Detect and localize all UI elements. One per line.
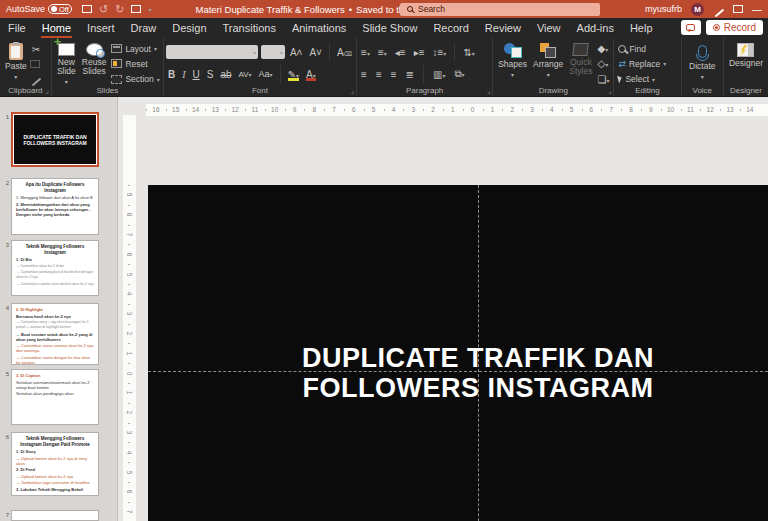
slide-thumbnail-7[interactable] [11, 510, 99, 521]
thumbnail-title-line: FOLLOWERS INSTAGRAM [23, 140, 86, 146]
tab-design[interactable]: Design [164, 18, 214, 38]
username-label[interactable]: myusufrb [645, 4, 682, 14]
font-size-combobox[interactable]: ▾ [261, 45, 285, 59]
line-spacing-button[interactable]: ↕≡▾ [431, 47, 449, 58]
increase-indent-button[interactable]: ▸≡ [412, 47, 427, 58]
layout-button[interactable]: Layout ▾ [109, 42, 161, 56]
start-slideshow-icon[interactable] [131, 5, 141, 13]
section-button[interactable]: Section ▾ [109, 72, 161, 86]
ribbon-display-options-icon[interactable] [733, 5, 743, 13]
undo-icon[interactable]: ↺ [99, 4, 108, 14]
text-shadow-button[interactable]: S [205, 69, 216, 80]
ruler-tick: 1 [483, 104, 503, 116]
text-direction-button[interactable]: ⇅▾ [461, 47, 476, 58]
search-input[interactable]: Search [400, 3, 600, 16]
ruler-tick: 0 [123, 363, 136, 383]
tab-transitions[interactable]: Transitions [215, 18, 284, 38]
avatar[interactable]: M [691, 3, 704, 16]
bold-button[interactable]: B [166, 69, 177, 80]
tab-animations[interactable]: Animations [284, 18, 354, 38]
justify-button[interactable]: ≣ [404, 69, 416, 80]
shape-outline-icon[interactable]: ◇▾ [595, 58, 611, 69]
slide-canvas[interactable]: DUPLICATE TRAFFIK DAN FOLLOWERS INSTAGRA… [148, 185, 768, 521]
columns-button[interactable]: ▥▾ [431, 69, 447, 80]
slide-title-textbox[interactable]: DUPLICATE TRAFFIK DAN FOLLOWERS INSTAGRA… [148, 185, 768, 521]
save-icon[interactable] [82, 5, 92, 13]
tab-file[interactable]: File [0, 18, 34, 38]
minimize-button[interactable]: — [752, 4, 762, 15]
italic-button[interactable]: I [180, 69, 187, 80]
slide-thumbnail-2[interactable]: Apa itu Duplicate Followers Instagram1. … [11, 178, 99, 235]
character-spacing-button[interactable]: AV▾ [237, 70, 254, 79]
find-button[interactable]: Find [616, 42, 678, 56]
tab-view[interactable]: View [529, 18, 569, 38]
shape-effects-icon[interactable]: ❏▾ [595, 74, 611, 85]
autosave-toggle[interactable]: AutoSave Off [6, 4, 72, 14]
slide-thumbnail-1[interactable]: DUPLICATE TRAFFIK DANFOLLOWERS INSTAGRAM [11, 112, 99, 167]
shapes-button[interactable]: Shapes ▾ [495, 41, 530, 82]
autosave-switch[interactable]: Off [48, 4, 72, 14]
font-name-combobox[interactable]: ▾ [166, 45, 258, 59]
record-button[interactable]: Record [706, 20, 763, 35]
slide-thumbnail-5[interactable]: 3. Di CaptionSertakan username/watermark… [11, 369, 99, 425]
align-left-button[interactable]: ≡ [359, 69, 369, 80]
font-dialog-launcher-icon[interactable]: ⌟ [351, 87, 354, 95]
tab-draw[interactable]: Draw [123, 18, 165, 38]
ruler-tick: 9 [123, 185, 136, 205]
strikethrough-button[interactable]: ab [218, 69, 233, 80]
clipboard-group-label: Clipboard [0, 86, 51, 95]
customize-qat-chevron-icon[interactable]: ▾ [148, 6, 151, 13]
increase-font-size-button[interactable]: A˄ [288, 47, 305, 58]
designer-button[interactable]: Designer [726, 41, 766, 70]
numbering-button[interactable]: ≡▾ [376, 47, 389, 58]
quick-styles-button[interactable]: Quick Styles [566, 41, 595, 78]
align-right-button[interactable]: ≡ [389, 69, 399, 80]
text-highlight-color-button[interactable]: ✎▾ [286, 69, 301, 80]
clipboard-dialog-launcher-icon[interactable]: ⌟ [46, 87, 49, 95]
thumbnail-title: Teknik Mengging Followers Instagram [16, 244, 94, 255]
replace-button[interactable]: ⇄ Replace ▾ [616, 57, 678, 71]
format-painter-icon[interactable] [30, 73, 39, 82]
bullets-button[interactable]: ≡▾ [359, 47, 372, 58]
tab-help[interactable]: Help [622, 18, 661, 38]
tab-slide-show[interactable]: Slide Show [354, 18, 425, 38]
decrease-font-size-button[interactable]: A˅ [307, 47, 324, 58]
reset-button[interactable]: Reset [109, 57, 161, 71]
change-case-button[interactable]: Aa▾ [257, 69, 275, 79]
clipboard-group: Paste ▾ ✂ Clipboard ⌟ [0, 38, 52, 96]
arrange-button[interactable]: Arrange ▾ [530, 41, 566, 82]
slide-thumbnail-3[interactable]: Teknik Mengging Followers Instagram1. Di… [11, 240, 99, 296]
copy-icon[interactable] [30, 60, 40, 68]
tab-add-ins[interactable]: Add-ins [569, 18, 622, 38]
select-button[interactable]: Select ▾ [616, 72, 678, 86]
drawing-dialog-launcher-icon[interactable]: ⌟ [608, 87, 611, 95]
designer-icon [737, 43, 754, 57]
tab-insert[interactable]: Insert [79, 18, 123, 38]
slide-thumbnail-6[interactable]: Teknik Mengging Followers Instagram Deng… [11, 432, 99, 496]
reuse-slides-button[interactable]: Reuse Slides [79, 41, 110, 78]
shape-fill-icon[interactable]: ◆▾ [595, 43, 611, 54]
align-center-button[interactable]: ≡ [374, 69, 384, 80]
dictate-button[interactable]: Dictate ▾ [686, 41, 718, 84]
clear-formatting-button[interactable]: A⌫ [335, 47, 354, 58]
paste-button[interactable]: Paste ▾ [2, 41, 30, 84]
voice-group: Dictate ▾ Voice [682, 38, 724, 96]
convert-smartart-button[interactable]: ⧉▾ [452, 68, 466, 80]
paste-chevron-icon: ▾ [14, 73, 17, 82]
new-slide-button[interactable]: New Slide ▾ [54, 41, 79, 89]
horizontal-ruler: 1615141312111098765432101234567891011121… [146, 104, 768, 116]
underline-button[interactable]: U [190, 69, 201, 80]
tab-review[interactable]: Review [477, 18, 529, 38]
font-color-button[interactable]: A▾ [304, 69, 318, 80]
slide-thumbnail-4[interactable]: 2. Di HighlightBersama hasil akun ke-2 n… [11, 303, 99, 365]
thumbnail-text-line: → Cantumkan story + tag akun keuangan ke… [16, 320, 94, 330]
tab-record[interactable]: Record [425, 18, 476, 38]
divider [329, 43, 330, 61]
ink-pen-icon[interactable] [713, 4, 724, 15]
divider [280, 65, 281, 83]
redo-icon[interactable]: ↻ [115, 4, 124, 14]
paragraph-dialog-launcher-icon[interactable]: ⌟ [487, 87, 490, 95]
decrease-indent-button[interactable]: ◂≡ [393, 47, 408, 58]
comments-button[interactable] [681, 20, 701, 35]
cut-icon[interactable]: ✂ [30, 44, 42, 55]
